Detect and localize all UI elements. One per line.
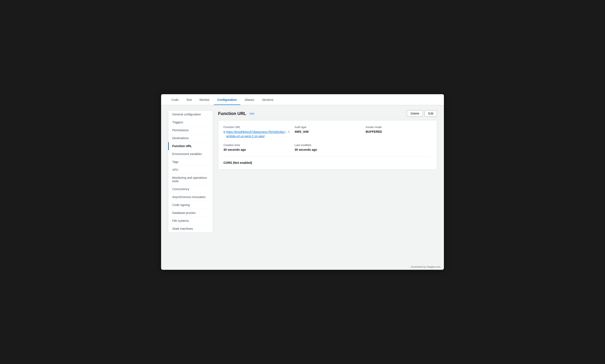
cors-label: CORS (Not enabled) [224,161,252,164]
sidebar-item-environment-variables[interactable]: Environment variables [168,150,213,158]
creation-time-label: Creation time [224,143,289,147]
tab-bar: Code Test Monitor Configuration Aliases … [161,94,444,105]
tab-configuration[interactable]: Configuration [214,94,240,105]
creation-time-item: Creation time 30 seconds ago [224,143,289,151]
sidebar-item-database-proxies[interactable]: Database proxies [168,209,213,217]
invoke-mode-item: Invoke mode BUFFERED [366,126,432,138]
function-url-card: Function URL ⧉ https://kmjdhbhpu57dgqezv… [218,120,437,170]
tab-code[interactable]: Code [168,94,182,105]
tab-test[interactable]: Test [183,94,195,105]
auth-type-label: Auth type [295,126,361,129]
sidebar-item-general-configuration[interactable]: General configuration [168,110,213,118]
tab-versions[interactable]: Versions [259,94,277,105]
content-panel: Function URL Info Delete Edit Function U… [218,110,437,259]
last-modified-value: 30 seconds ago [295,148,361,151]
info-button[interactable]: Info [248,112,256,116]
external-link-icon: ↗ [288,130,289,133]
tab-aliases[interactable]: Aliases [241,94,258,105]
function-url-link[interactable]: ⧉ https://kmjdhbhpu57dgqezveoc7ferh40ruf… [224,130,289,138]
main-content: General configuration Triggers Permissio… [161,105,444,264]
function-url-item: Function URL ⧉ https://kmjdhbhpu57dgqezv… [224,126,289,138]
sidebar-item-triggers[interactable]: Triggers [168,118,213,126]
sidebar-item-permissions[interactable]: Permissions [168,126,213,134]
section-header: Function URL Info Delete Edit [218,110,437,117]
sidebar-item-concurrency[interactable]: Concurrency [168,185,213,193]
sidebar: General configuration Triggers Permissio… [168,110,213,233]
function-url-label: Function URL [224,126,289,129]
sidebar-item-function-url[interactable]: Function URL [168,142,213,150]
action-buttons: Delete Edit [407,110,437,117]
invoke-mode-label: Invoke mode [366,126,432,129]
page-title: Function URL [218,111,246,116]
invoke-mode-value: BUFFERED [366,130,432,133]
function-url-text: https://kmjdhbhpu57dgqezveoc7ferh40rufar… [226,130,287,138]
app-window: Code Test Monitor Configuration Aliases … [161,94,444,270]
sidebar-item-vpc[interactable]: VPC [168,166,213,174]
function-url-value: ⧉ https://kmjdhbhpu57dgqezveoc7ferh40ruf… [224,130,289,138]
creation-time-value: 30 seconds ago [224,148,289,151]
sidebar-item-file-systems[interactable]: File systems [168,217,213,225]
auth-type-value: AWS_IAM [295,130,361,133]
tab-monitor[interactable]: Monitor [196,94,213,105]
section-title-group: Function URL Info [218,111,256,116]
sidebar-item-tags[interactable]: Tags [168,158,213,166]
edit-button[interactable]: Edit [425,110,437,117]
last-modified-item: Last modified 30 seconds ago [295,143,361,151]
watermark: Screenshot by Xnapper.com [161,264,444,270]
sidebar-item-code-signing[interactable]: Code signing [168,201,213,209]
last-modified-label: Last modified [295,143,361,147]
sidebar-item-state-machines[interactable]: State machines [168,225,213,233]
sidebar-item-monitoring-tools[interactable]: Monitoring and operations tools [168,174,213,185]
delete-button[interactable]: Delete [407,110,423,117]
details-grid-row2: Creation time 30 seconds ago Last modifi… [224,143,432,151]
cors-section: CORS (Not enabled) [224,156,432,164]
auth-type-item: Auth type AWS_IAM [295,126,361,138]
sidebar-item-asynchronous-invocation[interactable]: Asynchronous invocation [168,193,213,201]
details-grid-row1: Function URL ⧉ https://kmjdhbhpu57dgqezv… [224,126,432,138]
sidebar-item-destinations[interactable]: Destinations [168,134,213,142]
copy-icon[interactable]: ⧉ [224,130,225,134]
